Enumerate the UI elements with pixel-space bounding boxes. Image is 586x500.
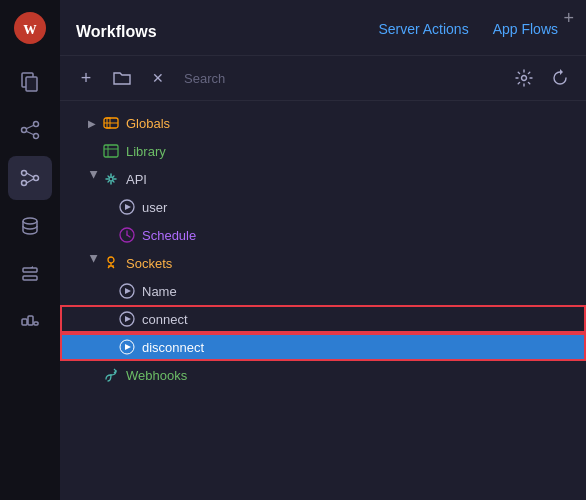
- play-icon-name: [118, 282, 136, 300]
- svg-line-12: [27, 173, 34, 177]
- webhooks-label: Webhooks: [126, 368, 187, 383]
- svg-point-21: [522, 76, 527, 81]
- tree-item-globals[interactable]: ▶ Globals: [60, 109, 586, 137]
- close-button[interactable]: ✕: [144, 64, 172, 92]
- svg-marker-17: [30, 266, 33, 268]
- disconnect-label: disconnect: [142, 340, 204, 355]
- chevron-right-icon: ▶: [84, 115, 100, 131]
- tree-item-schedule[interactable]: ▶ Schedule: [60, 221, 586, 249]
- play-icon-connect: [118, 310, 136, 328]
- svg-marker-40: [125, 288, 131, 294]
- spacer7: ▶: [84, 367, 100, 383]
- sidebar-icon-pages[interactable]: [8, 60, 52, 104]
- spacer2: ▶: [100, 199, 116, 215]
- search-input[interactable]: [180, 69, 502, 88]
- tree-item-webhooks[interactable]: ▶ Webhooks: [60, 361, 586, 389]
- schedule-label: Schedule: [142, 228, 196, 243]
- tab-app-flows[interactable]: App Flows: [481, 17, 570, 47]
- main-panel: + Workflows Server Actions App Flows + ✕: [60, 0, 586, 500]
- svg-line-33: [127, 235, 130, 237]
- svg-line-8: [26, 131, 34, 135]
- svg-point-11: [22, 181, 27, 186]
- tree-item-library[interactable]: ▶ Library: [60, 137, 586, 165]
- settings-button[interactable]: [510, 64, 538, 92]
- svg-point-10: [34, 176, 39, 181]
- svg-text:w: w: [24, 18, 37, 38]
- tree-item-name[interactable]: ▶ Name: [60, 277, 586, 305]
- header: Workflows Server Actions App Flows: [60, 0, 586, 56]
- globe-icon: [102, 114, 120, 132]
- svg-point-4: [22, 128, 27, 133]
- sidebar-icon-database[interactable]: [8, 204, 52, 248]
- top-plus-button[interactable]: +: [563, 8, 574, 29]
- app-logo[interactable]: w: [10, 8, 50, 48]
- play-icon-disconnect: [118, 338, 136, 356]
- name-label: Name: [142, 284, 177, 299]
- svg-point-28: [109, 177, 113, 181]
- sidebar-icon-navigation[interactable]: [8, 252, 52, 296]
- webhooks-icon: [102, 366, 120, 384]
- folder-button[interactable]: [108, 64, 136, 92]
- svg-rect-3: [26, 77, 37, 91]
- sidebar-icon-styles[interactable]: [8, 300, 52, 344]
- svg-rect-18: [22, 319, 27, 325]
- spacer6: ▶: [100, 339, 116, 355]
- svg-rect-20: [34, 322, 38, 325]
- svg-marker-42: [125, 316, 131, 322]
- left-sidebar: w: [0, 0, 60, 500]
- tree-content: ▶ Globals ▶ Library: [60, 101, 586, 500]
- clock-icon: [118, 226, 136, 244]
- svg-rect-19: [28, 316, 33, 325]
- svg-line-13: [27, 179, 34, 183]
- svg-point-6: [34, 134, 39, 139]
- tree-item-user[interactable]: ▶ user: [60, 193, 586, 221]
- api-label: API: [126, 172, 147, 187]
- svg-rect-25: [104, 145, 118, 157]
- chevron-down-icon-api: ▶: [84, 171, 100, 187]
- chevron-down-icon-sockets: ▶: [84, 255, 100, 271]
- svg-marker-30: [125, 204, 131, 210]
- svg-point-34: [108, 257, 114, 263]
- spacer4: ▶: [100, 283, 116, 299]
- tree-item-connect[interactable]: ▶ connect: [60, 305, 586, 333]
- svg-point-5: [34, 122, 39, 127]
- socket-icon: [102, 254, 120, 272]
- spacer3: ▶: [100, 227, 116, 243]
- spacer5: ▶: [100, 311, 116, 327]
- sockets-label: Sockets: [126, 256, 172, 271]
- refresh-button[interactable]: [546, 64, 574, 92]
- panel-title: Workflows: [76, 23, 157, 41]
- library-label: Library: [126, 144, 166, 159]
- user-label: user: [142, 200, 167, 215]
- svg-line-7: [26, 125, 34, 129]
- svg-rect-15: [23, 268, 37, 272]
- tree-item-sockets[interactable]: ▶ Sockets: [60, 249, 586, 277]
- sidebar-icon-nodes[interactable]: [8, 108, 52, 152]
- library-icon: [102, 142, 120, 160]
- add-button[interactable]: +: [72, 64, 100, 92]
- tab-server-actions[interactable]: Server Actions: [366, 17, 480, 47]
- svg-rect-16: [23, 276, 37, 280]
- svg-point-9: [22, 171, 27, 176]
- toolbar: + ✕: [60, 56, 586, 101]
- spacer: ▶: [84, 143, 100, 159]
- toolbar-right: [510, 64, 574, 92]
- tree-item-api[interactable]: ▶ API: [60, 165, 586, 193]
- svg-point-14: [23, 218, 37, 224]
- connect-label: connect: [142, 312, 188, 327]
- play-icon-user: [118, 198, 136, 216]
- sidebar-icon-workflows[interactable]: [8, 156, 52, 200]
- globals-label: Globals: [126, 116, 170, 131]
- tree-item-disconnect[interactable]: ▶ disconnect: [60, 333, 586, 361]
- api-icon: [102, 170, 120, 188]
